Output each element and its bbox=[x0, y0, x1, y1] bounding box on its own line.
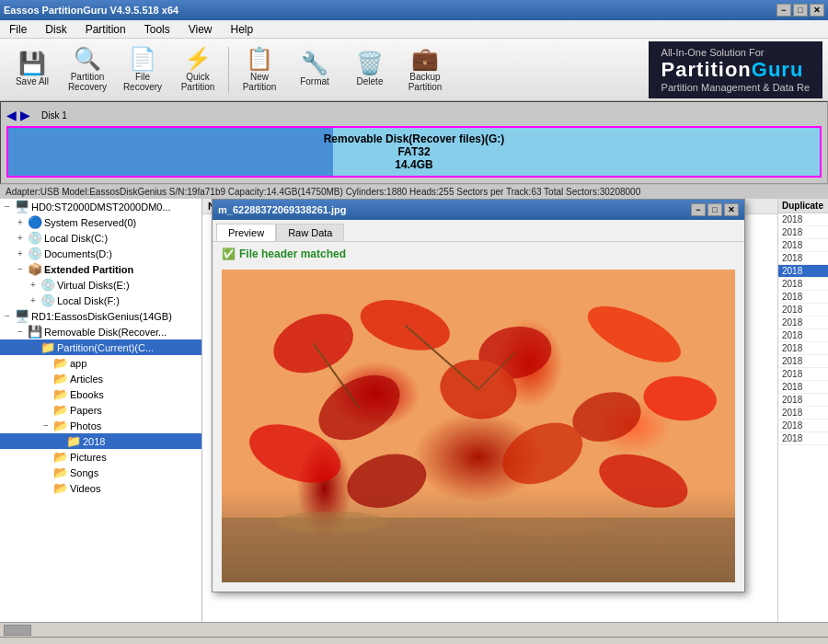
tree-label-13: Papers bbox=[70, 405, 102, 416]
tree-label-3: Documents(D:) bbox=[44, 248, 112, 259]
tree-item-2[interactable]: + 💿 Local Disk(C:) bbox=[0, 230, 201, 246]
tree-expander-9[interactable]: − bbox=[26, 342, 40, 352]
tree-label-12: Ebooks bbox=[70, 389, 104, 400]
tree-expander-8[interactable]: − bbox=[13, 327, 28, 337]
right-item-2[interactable]: 2018 bbox=[778, 239, 828, 252]
right-item-15[interactable]: 2018 bbox=[778, 407, 828, 420]
tree-label-8: Removable Disk(Recover... bbox=[44, 327, 167, 338]
tree-item-17[interactable]: 📂 Songs bbox=[0, 465, 201, 480]
tree-item-9[interactable]: − 📁 Partition(Current)(C... bbox=[0, 339, 201, 355]
tree-item-6[interactable]: + 💿 Local Disk(F:) bbox=[0, 293, 201, 308]
right-item-10[interactable]: 2018 bbox=[778, 342, 828, 355]
dialog-minimize-button[interactable]: − bbox=[691, 203, 706, 216]
tree-item-1[interactable]: + 🔵 System Reserved(0) bbox=[0, 214, 201, 230]
tree-label-16: Pictures bbox=[70, 452, 107, 463]
tree-expander-14[interactable]: − bbox=[39, 420, 53, 431]
right-item-17[interactable]: 2018 bbox=[778, 432, 828, 445]
tree-item-4[interactable]: − 📦 Extended Partition bbox=[0, 261, 201, 277]
tree-item-14[interactable]: − 📂 Photos bbox=[0, 418, 201, 433]
tree-expander-5[interactable]: + bbox=[26, 280, 40, 290]
svg-point-3 bbox=[580, 294, 688, 374]
file-recovery-label: FileRecovery bbox=[123, 72, 162, 92]
quick-partition-button[interactable]: ⚡ QuickPartition bbox=[171, 43, 224, 97]
tree-expander-7[interactable]: − bbox=[0, 311, 15, 321]
delete-button[interactable]: 🗑️ Delete bbox=[343, 43, 397, 97]
format-icon: 🔧 bbox=[301, 52, 328, 75]
disk-partition-bar[interactable]: Removable Disk(Recover files)(G:) FAT32 … bbox=[6, 126, 822, 178]
right-item-3[interactable]: 2018 bbox=[778, 252, 828, 265]
right-item-5[interactable]: 2018 bbox=[778, 278, 828, 291]
status-bar: Ready Selected: 0 B / 0 Files. NUM bbox=[0, 637, 828, 644]
right-item-7[interactable]: 2018 bbox=[778, 304, 828, 316]
nav-left-icon[interactable]: ◀ bbox=[6, 108, 17, 122]
h-scrollbar[interactable] bbox=[0, 622, 828, 637]
right-item-13[interactable]: 2018 bbox=[778, 381, 828, 394]
new-partition-button[interactable]: 📋 NewPartition bbox=[233, 43, 286, 97]
logo-text: PartitionGuru bbox=[661, 58, 810, 82]
minimize-button[interactable]: − bbox=[776, 4, 791, 17]
logo-area: All-In-One Solution For PartitionGuru Pa… bbox=[649, 41, 822, 98]
tree-icon-14: 📂 bbox=[53, 419, 68, 432]
tree-item-16[interactable]: 📂 Pictures bbox=[0, 449, 201, 465]
toolbar: 💾 Save All 🔍 PartitionRecovery 📄 FileRec… bbox=[0, 39, 828, 101]
right-item-4[interactable]: 2018 bbox=[778, 265, 828, 278]
tree-expander-6[interactable]: + bbox=[26, 295, 40, 305]
dialog-close-button[interactable]: ✕ bbox=[724, 203, 739, 216]
right-item-11[interactable]: 2018 bbox=[778, 355, 828, 368]
right-item-9[interactable]: 2018 bbox=[778, 329, 828, 342]
right-item-14[interactable]: 2018 bbox=[778, 394, 828, 407]
tree-expander-4[interactable]: − bbox=[13, 264, 28, 274]
tree-label-17: Songs bbox=[70, 467, 98, 478]
partition-recovery-button[interactable]: 🔍 PartitionRecovery bbox=[61, 43, 114, 97]
tree-label-7: RD1:EassosDiskGenius(14GB) bbox=[31, 311, 172, 322]
nav-right-icon[interactable]: ▶ bbox=[20, 108, 30, 122]
format-button[interactable]: 🔧 Format bbox=[288, 43, 341, 97]
tree-item-8[interactable]: − 💾 Removable Disk(Recover... bbox=[0, 324, 201, 339]
backup-partition-button[interactable]: 💼 BackupPartition bbox=[398, 43, 452, 97]
tree-expander-1[interactable]: + bbox=[13, 217, 28, 227]
tree-item-5[interactable]: + 💿 Virtual Disks(E:) bbox=[0, 277, 201, 293]
right-item-8[interactable]: 2018 bbox=[778, 316, 828, 329]
new-partition-icon: 📋 bbox=[246, 48, 273, 70]
menu-partition[interactable]: Partition bbox=[80, 21, 132, 38]
tree-item-15[interactable]: 📁 2018 bbox=[0, 433, 201, 449]
h-scrollbar-thumb[interactable] bbox=[4, 625, 31, 636]
menu-view[interactable]: View bbox=[183, 21, 218, 38]
partition-size: 14.4GB bbox=[395, 158, 432, 171]
tree-item-3[interactable]: + 💿 Documents(D:) bbox=[0, 246, 201, 261]
menu-help[interactable]: Help bbox=[225, 21, 259, 38]
format-label: Format bbox=[300, 76, 329, 86]
backup-label: BackupPartition bbox=[408, 72, 443, 92]
tree-icon-13: 📂 bbox=[53, 403, 68, 417]
menu-disk[interactable]: Disk bbox=[40, 21, 72, 38]
tab-raw-data[interactable]: Raw Data bbox=[276, 224, 344, 241]
right-item-0[interactable]: 2018 bbox=[778, 213, 828, 226]
tree-item-13[interactable]: 📂 Papers bbox=[0, 402, 201, 418]
tree-expander-3[interactable]: + bbox=[13, 248, 28, 259]
tree-item-11[interactable]: 📂 Articles bbox=[0, 371, 201, 386]
file-recovery-button[interactable]: 📄 FileRecovery bbox=[116, 43, 169, 97]
right-item-6[interactable]: 2018 bbox=[778, 291, 828, 304]
right-item-1[interactable]: 2018 bbox=[778, 226, 828, 239]
tree-label-11: Articles bbox=[70, 374, 103, 385]
menu-tools[interactable]: Tools bbox=[139, 21, 176, 38]
tree-item-12[interactable]: 📂 Ebooks bbox=[0, 386, 201, 402]
svg-point-9 bbox=[641, 374, 719, 424]
tree-item-10[interactable]: 📂 app bbox=[0, 355, 201, 371]
tree-item-7[interactable]: − 🖥️ RD1:EassosDiskGenius(14GB) bbox=[0, 308, 201, 324]
tree-label-4: Extended Partition bbox=[44, 264, 133, 275]
right-item-12[interactable]: 2018 bbox=[778, 368, 828, 381]
right-item-16[interactable]: 2018 bbox=[778, 420, 828, 432]
maximize-button[interactable]: □ bbox=[793, 4, 808, 17]
dialog-maximize-button[interactable]: □ bbox=[707, 203, 722, 216]
image-svg bbox=[222, 270, 735, 582]
close-button[interactable]: ✕ bbox=[810, 4, 824, 17]
tree-item-18[interactable]: 📂 Videos bbox=[0, 480, 201, 496]
tree-expander-2[interactable]: + bbox=[13, 233, 28, 243]
svg-point-1 bbox=[355, 291, 455, 359]
tree-expander-0[interactable]: − bbox=[0, 201, 15, 212]
tab-preview[interactable]: Preview bbox=[216, 224, 276, 241]
tree-item-0[interactable]: − 🖥️ HD0:ST2000DMST2000DM0... bbox=[0, 199, 201, 214]
save-all-button[interactable]: 💾 Save All bbox=[6, 43, 59, 97]
menu-file[interactable]: File bbox=[4, 21, 32, 38]
